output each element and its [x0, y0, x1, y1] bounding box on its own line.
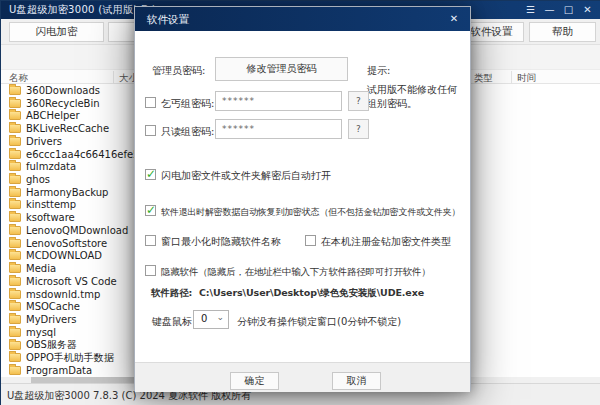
- lock-minutes-value: 0: [201, 313, 207, 324]
- folder-name: fulmzdata: [26, 161, 76, 172]
- hide-name-checkbox[interactable]: [145, 235, 156, 246]
- folder-icon: [9, 150, 21, 159]
- main-window: U盘超级加密3000 (试用版) D:\ ☰ — □ ✕ 闪电加密 金钻加密 软…: [0, 0, 600, 405]
- help-button[interactable]: 帮助: [529, 22, 596, 42]
- folder-name: msdownld.tmp: [26, 289, 100, 300]
- change-admin-password-button[interactable]: 修改管理员密码: [215, 57, 348, 81]
- folder-icon: [9, 124, 21, 133]
- hide-name-label: 窗口最小化时隐藏软件名称: [161, 235, 281, 249]
- beggar-group-help-button[interactable]: ?: [348, 91, 369, 111]
- dialog-footer: 确定 取消: [135, 362, 470, 392]
- folder-icon: [9, 341, 21, 350]
- ok-button[interactable]: 确定: [230, 372, 279, 390]
- folder-name: Drivers: [26, 136, 62, 147]
- software-path-label: 软件路径:: [151, 287, 192, 300]
- lock-minutes-select[interactable]: 0 ⌄: [193, 310, 229, 329]
- chevron-down-icon: ⌄: [216, 312, 224, 322]
- admin-password-label: 管理员密码:: [152, 64, 205, 78]
- dialog-close-icon[interactable]: ✕: [444, 11, 464, 27]
- folder-icon: [9, 239, 21, 248]
- folder-name: ABCHelper: [26, 110, 80, 121]
- folder-icon: [9, 213, 21, 222]
- dialog-title: 软件设置: [135, 13, 189, 25]
- flash-encrypt-button[interactable]: 闪电加密: [9, 22, 104, 42]
- lock-suffix-label: 分钟没有操作锁定窗口(0分钟不锁定): [237, 315, 401, 329]
- folder-icon: [9, 264, 21, 273]
- folder-icon: [9, 302, 21, 311]
- beggar-group-password-input[interactable]: ******: [215, 91, 342, 111]
- minimize-icon[interactable]: —: [540, 1, 559, 19]
- beggar-group-label: 乞丐组密码:: [161, 97, 214, 111]
- beggar-group-checkbox[interactable]: [145, 97, 156, 108]
- readonly-group-checkbox[interactable]: [145, 125, 156, 136]
- readonly-group-help-button[interactable]: ?: [348, 119, 369, 139]
- dialog-titlebar: 软件设置 ✕: [135, 7, 470, 31]
- lock-label: 键盘鼠标: [152, 315, 192, 329]
- folder-icon: [9, 86, 21, 95]
- folder-icon: [9, 111, 21, 120]
- maximize-icon[interactable]: □: [559, 1, 578, 19]
- folder-name: LenovoSoftstore: [26, 238, 107, 249]
- readonly-group-password-input[interactable]: ******: [215, 119, 342, 139]
- folder-name: BKLiveRecCache: [26, 123, 109, 134]
- folder-name: MSOCache: [26, 301, 80, 312]
- folder-name: mysql: [26, 327, 56, 338]
- hide-software-label: 隐藏软件（隐藏后，在地址栏中输入下方软件路径即可打开软件）: [161, 266, 431, 279]
- folder-icon: [9, 188, 21, 197]
- software-path-value: C:\Users\User\Desktop\绿色免安装版\UDE.exe: [199, 287, 424, 300]
- folder-name: Media: [26, 263, 56, 274]
- folder-icon: [9, 366, 21, 375]
- folder-name: LenovoQMDownload: [26, 225, 128, 236]
- folder-name: ksoftware: [26, 212, 75, 223]
- folder-name: ProgramData: [26, 365, 92, 376]
- hide-software-checkbox[interactable]: [145, 265, 156, 276]
- folder-icon: [9, 99, 21, 108]
- register-type-label: 在本机注册金钻加密文件类型: [321, 235, 451, 249]
- folder-name: kinsttemp: [26, 199, 76, 210]
- folder-name: 360RecycleBin: [26, 98, 100, 109]
- folder-name: MyDrivers: [26, 314, 77, 325]
- folder-name: 360Downloads: [26, 85, 100, 96]
- folder-icon: [9, 200, 21, 209]
- folder-name: ghos: [26, 174, 50, 185]
- readonly-group-label: 只读组密码:: [161, 125, 214, 139]
- hint-text: 试用版不能修改任何组别密码。: [367, 83, 465, 111]
- folder-name: HarmonyBackup: [26, 187, 108, 198]
- column-time[interactable]: 时间: [517, 71, 536, 84]
- menu-icon[interactable]: ☰: [521, 1, 540, 19]
- folder-icon: [9, 353, 21, 362]
- folder-icon: [9, 162, 21, 171]
- folder-icon: [9, 251, 21, 260]
- auto-restore-checkbox[interactable]: [145, 205, 156, 216]
- folder-icon: [9, 226, 21, 235]
- folder-icon: [9, 137, 21, 146]
- auto-open-label: 闪电加密文件或文件夹解密后自动打开: [161, 169, 331, 183]
- cancel-button[interactable]: 取消: [332, 372, 381, 390]
- folder-icon: [9, 175, 21, 184]
- folder-name: OPPO手机助手数据: [26, 351, 114, 365]
- close-icon[interactable]: ✕: [578, 1, 597, 19]
- auto-restore-label: 软件退出时解密数据自动恢复到加密状态（但不包括金钻加密文件或文件夹）: [161, 206, 460, 219]
- folder-name: MCDOWNLOAD: [26, 250, 102, 261]
- register-type-checkbox[interactable]: [305, 235, 316, 246]
- column-type[interactable]: 类型: [474, 71, 493, 84]
- auto-open-checkbox[interactable]: [145, 169, 156, 180]
- folder-name: Microsoft VS Code: [26, 276, 117, 287]
- column-name[interactable]: 名称: [9, 71, 28, 84]
- folder-icon: [9, 277, 21, 286]
- settings-dialog: 软件设置 ✕ 管理员密码: 修改管理员密码 提示: 试用版不能修改任何组别密码。…: [134, 6, 471, 391]
- folder-icon: [9, 315, 21, 324]
- folder-icon: [9, 290, 21, 299]
- hint-label: 提示:: [367, 64, 390, 78]
- folder-icon: [9, 328, 21, 337]
